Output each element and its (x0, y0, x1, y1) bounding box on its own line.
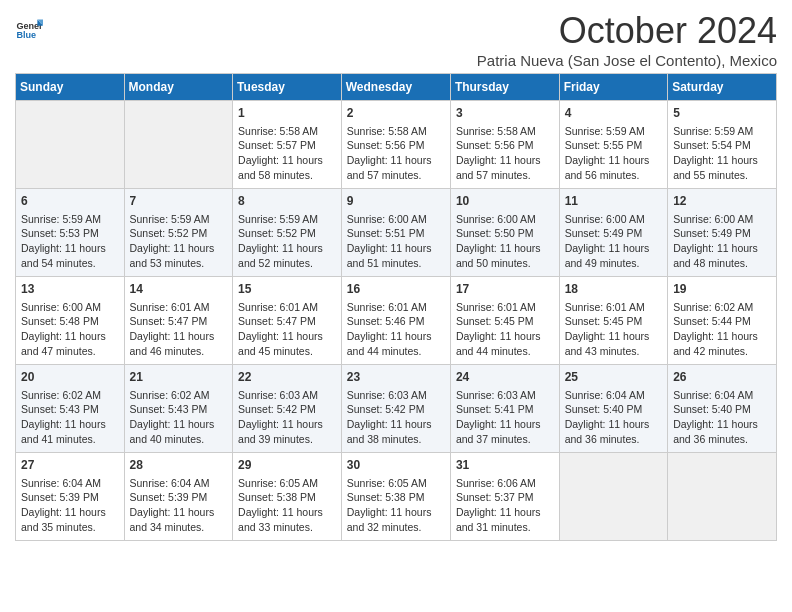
col-header-monday: Monday (124, 74, 233, 101)
sunset-text: Sunset: 5:40 PM (565, 402, 663, 417)
col-header-wednesday: Wednesday (341, 74, 450, 101)
daylight-text: Daylight: 11 hours and 51 minutes. (347, 241, 445, 270)
day-number: 20 (21, 369, 119, 386)
calendar-cell (668, 453, 777, 541)
sunrise-text: Sunrise: 6:03 AM (347, 388, 445, 403)
sunrise-text: Sunrise: 6:00 AM (347, 212, 445, 227)
sunrise-text: Sunrise: 6:00 AM (673, 212, 771, 227)
day-number: 7 (130, 193, 228, 210)
sunset-text: Sunset: 5:40 PM (673, 402, 771, 417)
calendar-cell: 2Sunrise: 5:58 AMSunset: 5:56 PMDaylight… (341, 101, 450, 189)
sunset-text: Sunset: 5:39 PM (130, 490, 228, 505)
col-header-thursday: Thursday (450, 74, 559, 101)
daylight-text: Daylight: 11 hours and 56 minutes. (565, 153, 663, 182)
day-number: 15 (238, 281, 336, 298)
day-number: 29 (238, 457, 336, 474)
sunset-text: Sunset: 5:37 PM (456, 490, 554, 505)
day-number: 26 (673, 369, 771, 386)
sunrise-text: Sunrise: 6:06 AM (456, 476, 554, 491)
daylight-text: Daylight: 11 hours and 37 minutes. (456, 417, 554, 446)
calendar-cell: 13Sunrise: 6:00 AMSunset: 5:48 PMDayligh… (16, 277, 125, 365)
day-number: 5 (673, 105, 771, 122)
daylight-text: Daylight: 11 hours and 38 minutes. (347, 417, 445, 446)
day-number: 10 (456, 193, 554, 210)
sunrise-text: Sunrise: 6:05 AM (238, 476, 336, 491)
day-number: 31 (456, 457, 554, 474)
sunset-text: Sunset: 5:41 PM (456, 402, 554, 417)
daylight-text: Daylight: 11 hours and 58 minutes. (238, 153, 336, 182)
title-area: October 2024 Patria Nueva (San Jose el C… (477, 10, 777, 69)
sunset-text: Sunset: 5:46 PM (347, 314, 445, 329)
calendar-cell: 12Sunrise: 6:00 AMSunset: 5:49 PMDayligh… (668, 189, 777, 277)
day-number: 17 (456, 281, 554, 298)
calendar-cell: 3Sunrise: 5:58 AMSunset: 5:56 PMDaylight… (450, 101, 559, 189)
col-header-tuesday: Tuesday (233, 74, 342, 101)
sunset-text: Sunset: 5:42 PM (238, 402, 336, 417)
calendar-cell (16, 101, 125, 189)
calendar-cell: 16Sunrise: 6:01 AMSunset: 5:46 PMDayligh… (341, 277, 450, 365)
daylight-text: Daylight: 11 hours and 57 minutes. (456, 153, 554, 182)
day-number: 3 (456, 105, 554, 122)
calendar-cell: 31Sunrise: 6:06 AMSunset: 5:37 PMDayligh… (450, 453, 559, 541)
calendar-week-row: 6Sunrise: 5:59 AMSunset: 5:53 PMDaylight… (16, 189, 777, 277)
sunrise-text: Sunrise: 6:04 AM (130, 476, 228, 491)
calendar-week-row: 20Sunrise: 6:02 AMSunset: 5:43 PMDayligh… (16, 365, 777, 453)
daylight-text: Daylight: 11 hours and 42 minutes. (673, 329, 771, 358)
day-number: 30 (347, 457, 445, 474)
sunrise-text: Sunrise: 6:05 AM (347, 476, 445, 491)
sunrise-text: Sunrise: 6:03 AM (456, 388, 554, 403)
sunset-text: Sunset: 5:39 PM (21, 490, 119, 505)
sunrise-text: Sunrise: 6:03 AM (238, 388, 336, 403)
day-number: 19 (673, 281, 771, 298)
day-number: 12 (673, 193, 771, 210)
day-number: 8 (238, 193, 336, 210)
sunrise-text: Sunrise: 6:04 AM (673, 388, 771, 403)
calendar-table: SundayMondayTuesdayWednesdayThursdayFrid… (15, 73, 777, 541)
daylight-text: Daylight: 11 hours and 43 minutes. (565, 329, 663, 358)
calendar-cell: 19Sunrise: 6:02 AMSunset: 5:44 PMDayligh… (668, 277, 777, 365)
sunrise-text: Sunrise: 6:01 AM (456, 300, 554, 315)
calendar-cell: 24Sunrise: 6:03 AMSunset: 5:41 PMDayligh… (450, 365, 559, 453)
calendar-cell: 10Sunrise: 6:00 AMSunset: 5:50 PMDayligh… (450, 189, 559, 277)
daylight-text: Daylight: 11 hours and 57 minutes. (347, 153, 445, 182)
month-title: October 2024 (477, 10, 777, 52)
daylight-text: Daylight: 11 hours and 36 minutes. (565, 417, 663, 446)
sunrise-text: Sunrise: 5:58 AM (347, 124, 445, 139)
sunset-text: Sunset: 5:57 PM (238, 138, 336, 153)
sunset-text: Sunset: 5:38 PM (238, 490, 336, 505)
day-number: 9 (347, 193, 445, 210)
calendar-cell (559, 453, 668, 541)
daylight-text: Daylight: 11 hours and 44 minutes. (456, 329, 554, 358)
day-number: 24 (456, 369, 554, 386)
day-number: 22 (238, 369, 336, 386)
sunset-text: Sunset: 5:49 PM (673, 226, 771, 241)
daylight-text: Daylight: 11 hours and 45 minutes. (238, 329, 336, 358)
daylight-text: Daylight: 11 hours and 46 minutes. (130, 329, 228, 358)
sunrise-text: Sunrise: 6:00 AM (456, 212, 554, 227)
sunrise-text: Sunrise: 6:02 AM (673, 300, 771, 315)
sunrise-text: Sunrise: 6:02 AM (21, 388, 119, 403)
sunset-text: Sunset: 5:56 PM (456, 138, 554, 153)
calendar-cell: 22Sunrise: 6:03 AMSunset: 5:42 PMDayligh… (233, 365, 342, 453)
calendar-cell: 29Sunrise: 6:05 AMSunset: 5:38 PMDayligh… (233, 453, 342, 541)
daylight-text: Daylight: 11 hours and 35 minutes. (21, 505, 119, 534)
sunset-text: Sunset: 5:50 PM (456, 226, 554, 241)
day-number: 6 (21, 193, 119, 210)
daylight-text: Daylight: 11 hours and 55 minutes. (673, 153, 771, 182)
daylight-text: Daylight: 11 hours and 44 minutes. (347, 329, 445, 358)
calendar-cell: 11Sunrise: 6:00 AMSunset: 5:49 PMDayligh… (559, 189, 668, 277)
calendar-cell: 25Sunrise: 6:04 AMSunset: 5:40 PMDayligh… (559, 365, 668, 453)
sunset-text: Sunset: 5:55 PM (565, 138, 663, 153)
sunrise-text: Sunrise: 5:59 AM (130, 212, 228, 227)
location-subtitle: Patria Nueva (San Jose el Contento), Mex… (477, 52, 777, 69)
daylight-text: Daylight: 11 hours and 39 minutes. (238, 417, 336, 446)
calendar-cell: 17Sunrise: 6:01 AMSunset: 5:45 PMDayligh… (450, 277, 559, 365)
day-number: 25 (565, 369, 663, 386)
header: General Blue October 2024 Patria Nueva (… (15, 10, 777, 69)
sunset-text: Sunset: 5:43 PM (21, 402, 119, 417)
calendar-cell: 4Sunrise: 5:59 AMSunset: 5:55 PMDaylight… (559, 101, 668, 189)
sunrise-text: Sunrise: 5:58 AM (238, 124, 336, 139)
daylight-text: Daylight: 11 hours and 47 minutes. (21, 329, 119, 358)
day-number: 11 (565, 193, 663, 210)
sunset-text: Sunset: 5:38 PM (347, 490, 445, 505)
